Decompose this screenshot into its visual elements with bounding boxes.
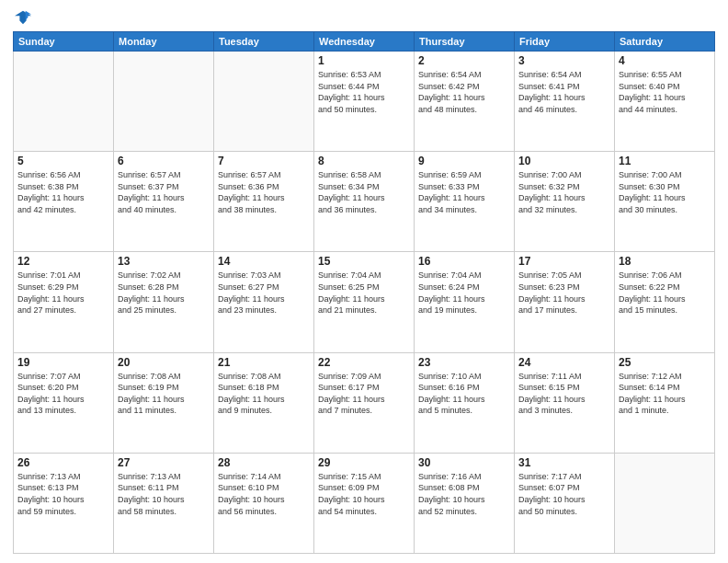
day-number: 27 <box>118 456 210 469</box>
calendar-cell: 16Sunrise: 7:04 AM Sunset: 6:24 PM Dayli… <box>415 252 515 352</box>
calendar-cell: 27Sunrise: 7:13 AM Sunset: 6:11 PM Dayli… <box>114 453 214 553</box>
calendar-cell: 2Sunrise: 6:54 AM Sunset: 6:42 PM Daylig… <box>415 52 515 152</box>
calendar-cell: 7Sunrise: 6:57 AM Sunset: 6:36 PM Daylig… <box>214 152 314 252</box>
col-header-tuesday: Tuesday <box>214 32 314 52</box>
day-number: 24 <box>518 356 610 369</box>
calendar-cell: 23Sunrise: 7:10 AM Sunset: 6:16 PM Dayli… <box>415 352 515 453</box>
calendar-cell <box>615 453 715 553</box>
day-number: 22 <box>318 356 410 369</box>
day-info: Sunrise: 6:57 AM Sunset: 6:37 PM Dayligh… <box>118 169 210 215</box>
day-info: Sunrise: 7:01 AM Sunset: 6:29 PM Dayligh… <box>17 270 109 316</box>
calendar-week-row: 1Sunrise: 6:53 AM Sunset: 6:44 PM Daylig… <box>14 52 715 152</box>
col-header-friday: Friday <box>515 32 615 52</box>
day-info: Sunrise: 7:17 AM Sunset: 6:07 PM Dayligh… <box>518 471 610 517</box>
calendar-cell <box>214 52 314 152</box>
day-info: Sunrise: 6:57 AM Sunset: 6:36 PM Dayligh… <box>218 169 310 215</box>
logo-bird-icon <box>15 9 31 26</box>
day-number: 6 <box>118 155 210 167</box>
calendar-cell: 18Sunrise: 7:06 AM Sunset: 6:22 PM Dayli… <box>615 252 715 352</box>
day-info: Sunrise: 6:53 AM Sunset: 6:44 PM Dayligh… <box>318 69 410 115</box>
calendar-cell: 1Sunrise: 6:53 AM Sunset: 6:44 PM Daylig… <box>314 52 415 152</box>
calendar-cell: 8Sunrise: 6:58 AM Sunset: 6:34 PM Daylig… <box>314 152 415 252</box>
day-number: 15 <box>318 255 410 268</box>
day-info: Sunrise: 7:16 AM Sunset: 6:08 PM Dayligh… <box>418 471 510 517</box>
calendar-cell: 20Sunrise: 7:08 AM Sunset: 6:19 PM Dayli… <box>114 352 214 453</box>
day-info: Sunrise: 6:59 AM Sunset: 6:33 PM Dayligh… <box>418 169 510 215</box>
day-number: 16 <box>418 255 510 268</box>
calendar-cell: 22Sunrise: 7:09 AM Sunset: 6:17 PM Dayli… <box>314 352 415 453</box>
day-number: 28 <box>218 456 310 469</box>
day-info: Sunrise: 7:09 AM Sunset: 6:17 PM Dayligh… <box>318 371 410 417</box>
day-info: Sunrise: 7:15 AM Sunset: 6:09 PM Dayligh… <box>318 471 410 517</box>
col-header-sunday: Sunday <box>14 32 114 52</box>
calendar-week-row: 5Sunrise: 6:56 AM Sunset: 6:38 PM Daylig… <box>14 152 715 252</box>
day-number: 19 <box>17 356 109 369</box>
day-number: 30 <box>418 456 510 469</box>
day-number: 29 <box>318 456 410 469</box>
day-info: Sunrise: 7:05 AM Sunset: 6:23 PM Dayligh… <box>518 270 610 316</box>
day-number: 3 <box>518 54 610 67</box>
calendar-cell: 10Sunrise: 7:00 AM Sunset: 6:32 PM Dayli… <box>515 152 615 252</box>
day-number: 11 <box>619 155 711 167</box>
day-number: 8 <box>318 155 410 167</box>
calendar-cell: 24Sunrise: 7:11 AM Sunset: 6:15 PM Dayli… <box>515 352 615 453</box>
calendar-cell: 9Sunrise: 6:59 AM Sunset: 6:33 PM Daylig… <box>415 152 515 252</box>
logo <box>13 9 31 26</box>
calendar-cell: 19Sunrise: 7:07 AM Sunset: 6:20 PM Dayli… <box>14 352 114 453</box>
day-info: Sunrise: 7:00 AM Sunset: 6:30 PM Dayligh… <box>619 169 711 215</box>
day-number: 12 <box>17 255 109 268</box>
calendar-cell: 6Sunrise: 6:57 AM Sunset: 6:37 PM Daylig… <box>114 152 214 252</box>
day-number: 1 <box>318 54 410 67</box>
calendar-cell: 4Sunrise: 6:55 AM Sunset: 6:40 PM Daylig… <box>615 52 715 152</box>
calendar-cell <box>14 52 114 152</box>
calendar-cell: 25Sunrise: 7:12 AM Sunset: 6:14 PM Dayli… <box>615 352 715 453</box>
day-info: Sunrise: 7:04 AM Sunset: 6:25 PM Dayligh… <box>318 270 410 316</box>
day-info: Sunrise: 6:55 AM Sunset: 6:40 PM Dayligh… <box>619 69 711 115</box>
day-number: 17 <box>518 255 610 268</box>
day-info: Sunrise: 7:04 AM Sunset: 6:24 PM Dayligh… <box>418 270 510 316</box>
calendar-header-row: SundayMondayTuesdayWednesdayThursdayFrid… <box>14 32 715 52</box>
day-info: Sunrise: 6:54 AM Sunset: 6:41 PM Dayligh… <box>518 69 610 115</box>
col-header-monday: Monday <box>114 32 214 52</box>
day-info: Sunrise: 6:54 AM Sunset: 6:42 PM Dayligh… <box>418 69 510 115</box>
day-info: Sunrise: 7:13 AM Sunset: 6:11 PM Dayligh… <box>118 471 210 517</box>
col-header-wednesday: Wednesday <box>314 32 415 52</box>
day-number: 2 <box>418 54 510 67</box>
day-info: Sunrise: 7:13 AM Sunset: 6:13 PM Dayligh… <box>17 471 109 517</box>
day-info: Sunrise: 6:58 AM Sunset: 6:34 PM Dayligh… <box>318 169 410 215</box>
day-info: Sunrise: 7:00 AM Sunset: 6:32 PM Dayligh… <box>518 169 610 215</box>
day-number: 23 <box>418 356 510 369</box>
day-info: Sunrise: 7:02 AM Sunset: 6:28 PM Dayligh… <box>118 270 210 316</box>
day-info: Sunrise: 7:08 AM Sunset: 6:19 PM Dayligh… <box>118 371 210 417</box>
day-number: 5 <box>17 155 109 167</box>
page: SundayMondayTuesdayWednesdayThursdayFrid… <box>0 0 728 563</box>
day-number: 10 <box>518 155 610 167</box>
calendar-cell: 3Sunrise: 6:54 AM Sunset: 6:41 PM Daylig… <box>515 52 615 152</box>
day-number: 25 <box>619 356 711 369</box>
calendar-week-row: 19Sunrise: 7:07 AM Sunset: 6:20 PM Dayli… <box>14 352 715 453</box>
day-info: Sunrise: 7:07 AM Sunset: 6:20 PM Dayligh… <box>17 371 109 417</box>
col-header-thursday: Thursday <box>415 32 515 52</box>
calendar-cell: 5Sunrise: 6:56 AM Sunset: 6:38 PM Daylig… <box>14 152 114 252</box>
calendar-cell: 14Sunrise: 7:03 AM Sunset: 6:27 PM Dayli… <box>214 252 314 352</box>
day-info: Sunrise: 7:12 AM Sunset: 6:14 PM Dayligh… <box>619 371 711 417</box>
day-number: 21 <box>218 356 310 369</box>
day-number: 13 <box>118 255 210 268</box>
day-number: 18 <box>619 255 711 268</box>
calendar-cell: 30Sunrise: 7:16 AM Sunset: 6:08 PM Dayli… <box>415 453 515 553</box>
calendar-cell: 31Sunrise: 7:17 AM Sunset: 6:07 PM Dayli… <box>515 453 615 553</box>
calendar-week-row: 12Sunrise: 7:01 AM Sunset: 6:29 PM Dayli… <box>14 252 715 352</box>
calendar-cell: 17Sunrise: 7:05 AM Sunset: 6:23 PM Dayli… <box>515 252 615 352</box>
day-info: Sunrise: 7:03 AM Sunset: 6:27 PM Dayligh… <box>218 270 310 316</box>
calendar-cell: 12Sunrise: 7:01 AM Sunset: 6:29 PM Dayli… <box>14 252 114 352</box>
day-info: Sunrise: 7:10 AM Sunset: 6:16 PM Dayligh… <box>418 371 510 417</box>
calendar-cell: 29Sunrise: 7:15 AM Sunset: 6:09 PM Dayli… <box>314 453 415 553</box>
calendar-cell: 26Sunrise: 7:13 AM Sunset: 6:13 PM Dayli… <box>14 453 114 553</box>
calendar-cell: 28Sunrise: 7:14 AM Sunset: 6:10 PM Dayli… <box>214 453 314 553</box>
day-number: 26 <box>17 456 109 469</box>
calendar-table: SundayMondayTuesdayWednesdayThursdayFrid… <box>13 31 715 554</box>
day-info: Sunrise: 7:14 AM Sunset: 6:10 PM Dayligh… <box>218 471 310 517</box>
calendar-cell: 21Sunrise: 7:08 AM Sunset: 6:18 PM Dayli… <box>214 352 314 453</box>
day-number: 9 <box>418 155 510 167</box>
day-number: 4 <box>619 54 711 67</box>
